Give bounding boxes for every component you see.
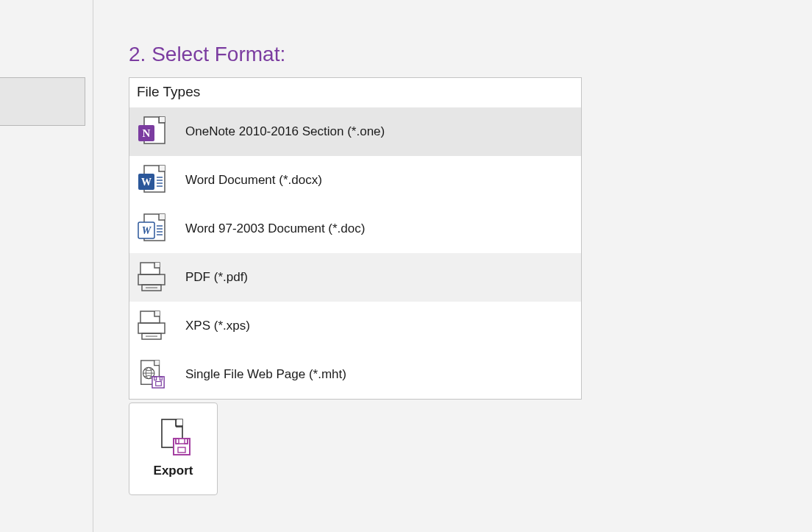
file-type-label: XPS (*.xps) — [185, 319, 250, 333]
pdf-icon — [137, 263, 166, 292]
file-type-label: PDF (*.pdf) — [185, 270, 248, 285]
svg-rect-43 — [177, 419, 182, 425]
file-type-label: Word Document (*.docx) — [185, 173, 322, 188]
file-type-label: Single File Web Page (*.mht) — [185, 367, 346, 382]
export-button[interactable]: Export — [129, 402, 218, 495]
file-type-item-onenote[interactable]: N OneNote 2010-2016 Section (*.one) — [129, 107, 581, 156]
svg-text:W: W — [142, 225, 152, 236]
file-type-item-docx[interactable]: W Word Document (*.docx) — [129, 156, 581, 205]
vertical-divider — [93, 0, 93, 532]
svg-rect-7 — [160, 166, 165, 171]
svg-text:N: N — [143, 127, 151, 139]
file-type-label: OneNote 2010-2016 Section (*.one) — [185, 124, 385, 139]
section-title: 2. Select Format: — [129, 43, 285, 66]
file-type-item-mht[interactable]: Single File Web Page (*.mht) — [129, 350, 581, 399]
svg-rect-28 — [155, 311, 160, 316]
svg-text:W: W — [141, 177, 152, 188]
mht-icon — [137, 360, 166, 389]
svg-rect-3 — [160, 117, 165, 122]
svg-rect-29 — [138, 323, 165, 333]
file-type-item-pdf[interactable]: PDF (*.pdf) — [129, 253, 581, 302]
export-button-label: Export — [154, 464, 193, 478]
word-legacy-icon: W — [137, 214, 166, 244]
file-types-header: File Types — [129, 78, 581, 107]
export-icon — [156, 419, 191, 455]
file-type-item-doc[interactable]: W Word 97-2003 Document (*.doc) — [129, 205, 581, 253]
svg-rect-24 — [138, 274, 165, 285]
file-types-box: File Types N OneNote 2010-2016 Section (… — [129, 77, 582, 400]
svg-rect-23 — [155, 263, 160, 267]
svg-rect-33 — [155, 361, 160, 365]
left-panel-tab[interactable] — [0, 77, 85, 126]
svg-rect-2 — [145, 118, 159, 121]
word-icon: W — [137, 166, 166, 195]
file-type-label: Word 97-2003 Document (*.doc) — [185, 221, 365, 236]
svg-rect-15 — [160, 214, 165, 219]
xps-icon — [137, 311, 166, 341]
onenote-icon: N — [137, 117, 166, 146]
file-type-item-xps[interactable]: XPS (*.xps) — [129, 302, 581, 350]
